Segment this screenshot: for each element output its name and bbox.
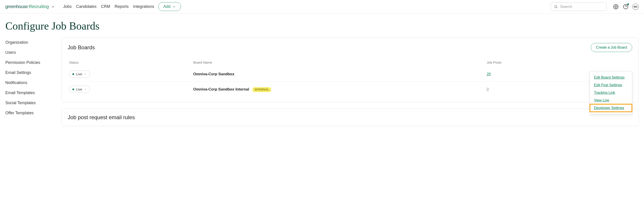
- topbar: greenhouse Recruiting Jobs Candidates CR…: [0, 0, 644, 14]
- sidebar-item-social-templates[interactable]: Social Templates: [5, 98, 52, 108]
- chevron-down-icon: [172, 5, 176, 9]
- settings-button[interactable]: [613, 4, 619, 10]
- sidebar-item-email-templates[interactable]: Email Templates: [5, 88, 52, 98]
- help-button[interactable]: [622, 4, 629, 10]
- menu-edit-post-settings[interactable]: Edit Post Settings: [590, 81, 632, 89]
- search-input[interactable]: [560, 5, 603, 9]
- board-name: Omniva-Corp Sandbox: [193, 72, 234, 76]
- notification-dot-icon: [627, 3, 629, 5]
- add-button[interactable]: Add: [158, 2, 181, 11]
- menu-developer-settings[interactable]: Developer Settings: [590, 104, 632, 112]
- create-job-board-button[interactable]: Create a Job Board: [591, 43, 632, 52]
- search-box[interactable]: [550, 3, 606, 11]
- sidebar-item-notifications[interactable]: Notifications: [5, 78, 52, 88]
- job-boards-panel: Job Boards Create a Job Board Status Boa…: [61, 37, 639, 102]
- col-header-posts: Job Posts: [485, 58, 587, 67]
- board-name: Omniva-Corp Sandbox Internal: [193, 87, 249, 91]
- chevron-down-icon: [84, 73, 87, 75]
- svg-point-2: [615, 6, 616, 8]
- status-chip[interactable]: Live: [69, 71, 90, 77]
- svg-line-1: [557, 8, 557, 8]
- status-chip[interactable]: Live: [69, 86, 90, 93]
- gear-icon: [613, 4, 618, 10]
- main-content: Job Boards Create a Job Board Status Boa…: [61, 37, 639, 132]
- page-layout: Organization Users Permission Policies E…: [0, 37, 644, 132]
- status-label: Live: [76, 87, 82, 91]
- table-row: Live Omniva-Corp Sandbox Internal INTERN…: [68, 82, 632, 97]
- panel-title: Job post request email rules: [68, 114, 632, 121]
- internal-badge: INTERNAL: [252, 87, 271, 92]
- menu-tracking-link[interactable]: Tracking Link: [590, 89, 632, 96]
- logo[interactable]: greenhouse Recruiting: [5, 4, 55, 9]
- chevron-down-icon[interactable]: [51, 5, 55, 9]
- panel-title: Job Boards: [68, 44, 95, 51]
- status-dot-icon: [72, 88, 74, 90]
- chevron-down-icon: [84, 88, 87, 91]
- avatar-initials: MS: [634, 5, 638, 8]
- nav-crm[interactable]: CRM: [101, 4, 110, 9]
- logo-greenhouse: greenhouse: [5, 4, 28, 9]
- status-dot-icon: [72, 73, 74, 75]
- job-boards-table: Status Board Name Job Posts Live: [68, 58, 632, 97]
- sidebar-item-permission-policies[interactable]: Permission Policies: [5, 58, 52, 68]
- col-header-status: Status: [68, 58, 192, 67]
- search-icon: [554, 5, 558, 9]
- job-posts-count[interactable]: 0: [487, 87, 489, 91]
- main-nav: Jobs Candidates CRM Reports Integrations: [63, 4, 154, 9]
- svg-point-3: [624, 5, 628, 9]
- sidebar-item-users[interactable]: Users: [5, 48, 52, 58]
- sidebar-item-offer-templates[interactable]: Offer Templates: [5, 108, 52, 118]
- status-label: Live: [76, 72, 82, 76]
- topbar-icons: MS: [613, 4, 639, 10]
- nav-jobs[interactable]: Jobs: [63, 4, 72, 9]
- add-button-label: Add: [163, 4, 170, 9]
- rules-panel: Job post request email rules: [61, 109, 639, 126]
- nav-reports[interactable]: Reports: [115, 4, 129, 9]
- page-title: Configure Job Boards: [0, 14, 644, 37]
- user-avatar[interactable]: MS: [632, 4, 639, 10]
- svg-point-0: [554, 5, 557, 8]
- nav-candidates[interactable]: Candidates: [76, 4, 96, 9]
- menu-edit-board-settings[interactable]: Edit Board Settings: [590, 74, 632, 81]
- settings-sidebar: Organization Users Permission Policies E…: [5, 37, 52, 132]
- job-posts-count[interactable]: 20: [487, 72, 491, 76]
- sidebar-item-organization[interactable]: Organization: [5, 37, 52, 48]
- nav-integrations[interactable]: Integrations: [133, 4, 154, 9]
- col-header-name: Board Name: [192, 58, 486, 67]
- sidebar-item-email-settings[interactable]: Email Settings: [5, 68, 52, 78]
- logo-recruiting: Recruiting: [29, 4, 49, 9]
- table-row: Live Omniva-Corp Sandbox 20 •••: [68, 67, 632, 82]
- row-actions-menu: Edit Board Settings Edit Post Settings T…: [590, 71, 632, 114]
- menu-view-live[interactable]: View Live: [590, 96, 632, 104]
